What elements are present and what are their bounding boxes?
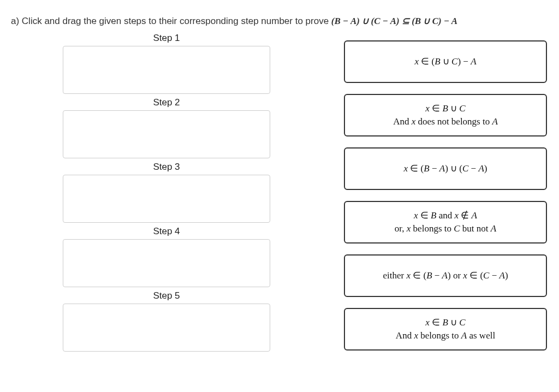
option-line-1: x ∈ (B ∪ C) − A — [414, 55, 476, 68]
draggable-options-column: x ∈ (B ∪ C) − A x ∈ B ∪ C And x does not… — [344, 40, 547, 361]
prompt-prefix: a) Click and drag the given steps to the… — [11, 16, 331, 26]
step-block: Step 2 — [63, 97, 270, 158]
option-line-2: And x belongs to A as well — [396, 329, 495, 342]
draggable-option[interactable]: x ∈ B and x ∉ A or, x belongs to C but n… — [344, 201, 547, 243]
option-line-2: And x does not belongs to A — [393, 115, 498, 128]
step-drop-target-2[interactable] — [63, 110, 270, 158]
step-drop-target-5[interactable] — [63, 304, 270, 352]
step-block: Step 4 — [63, 226, 270, 287]
option-line-1: x ∈ B and x ∉ A — [414, 209, 477, 222]
draggable-option[interactable]: x ∈ (B − A) ∪ (C − A) — [344, 147, 547, 190]
step-block: Step 3 — [63, 162, 270, 223]
prompt-expression: (B − A) ∪ (C − A) ⊆ (B ∪ C) − A — [331, 16, 457, 26]
step-label: Step 3 — [63, 162, 270, 173]
option-line-1: either x ∈ (B − A) or x ∈ (C − A) — [383, 269, 508, 282]
option-line-1: x ∈ (B − A) ∪ (C − A) — [404, 162, 487, 175]
step-block: Step 5 — [63, 290, 270, 352]
step-drop-target-1[interactable] — [63, 46, 270, 94]
option-line-1: x ∈ B ∪ C — [425, 102, 465, 115]
draggable-option[interactable]: x ∈ B ∪ C And x does not belongs to A — [344, 94, 547, 136]
step-label: Step 1 — [63, 33, 270, 44]
option-line-1: x ∈ B ∪ C — [425, 316, 465, 329]
step-label: Step 4 — [63, 226, 270, 237]
question-prompt: a) Click and drag the given steps to the… — [11, 15, 548, 27]
draggable-option[interactable]: x ∈ B ∪ C And x belongs to A as well — [344, 308, 547, 351]
step-drop-target-4[interactable] — [63, 239, 270, 287]
step-drop-target-3[interactable] — [63, 175, 270, 223]
draggable-option[interactable]: either x ∈ (B − A) or x ∈ (C − A) — [344, 254, 547, 297]
step-targets-column: Step 1 Step 2 Step 3 Step 4 Step 5 — [63, 33, 270, 355]
step-label: Step 2 — [63, 97, 270, 108]
draggable-option[interactable]: x ∈ (B ∪ C) − A — [344, 40, 547, 83]
step-label: Step 5 — [63, 290, 270, 301]
step-block: Step 1 — [63, 33, 270, 94]
option-line-2: or, x belongs to C but not A — [395, 222, 496, 235]
